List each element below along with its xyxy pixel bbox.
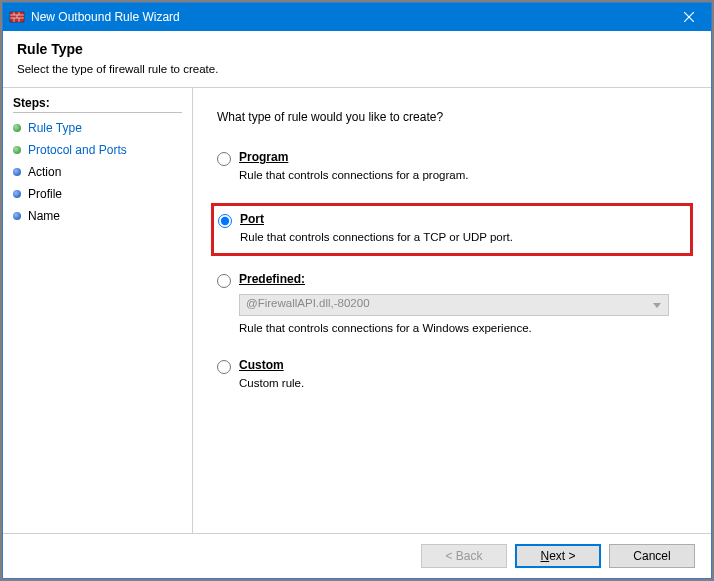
close-button[interactable] — [666, 3, 711, 31]
option-predefined-label: Predefined: — [239, 272, 305, 286]
step-profile[interactable]: Profile — [13, 183, 182, 205]
option-port-row[interactable]: Port — [218, 212, 580, 228]
step-action[interactable]: Action — [13, 161, 182, 183]
option-port-label: Port — [240, 212, 264, 226]
option-program-row[interactable]: Program — [217, 150, 683, 166]
rule-type-options: Program Rule that controls connections f… — [217, 148, 687, 411]
close-icon — [684, 12, 694, 22]
option-predefined-row[interactable]: Predefined: — [217, 272, 683, 288]
predefined-dropdown[interactable]: @FirewallAPI.dll,-80200 — [239, 294, 669, 316]
content-prompt: What type of rule would you like to crea… — [217, 110, 687, 124]
step-label: Action — [28, 165, 61, 179]
steps-sidebar: Steps: Rule Type Protocol and Ports Acti… — [3, 88, 193, 533]
bullet-icon — [13, 168, 21, 176]
option-program: Program Rule that controls connections f… — [217, 148, 687, 187]
radio-custom[interactable] — [217, 360, 231, 374]
step-protocol-and-ports[interactable]: Protocol and Ports — [13, 139, 182, 161]
bullet-icon — [13, 146, 21, 154]
option-program-desc: Rule that controls connections for a pro… — [239, 169, 683, 181]
radio-program[interactable] — [217, 152, 231, 166]
step-label: Protocol and Ports — [28, 143, 127, 157]
option-program-label: Program — [239, 150, 288, 164]
radio-predefined[interactable] — [217, 274, 231, 288]
option-port: Port Rule that controls connections for … — [211, 203, 693, 256]
wizard-body: Steps: Rule Type Protocol and Ports Acti… — [3, 88, 711, 533]
wizard-footer: < Back Next > Cancel — [3, 533, 711, 578]
predefined-dropdown-value: @FirewallAPI.dll,-80200 — [246, 297, 370, 309]
steps-heading: Steps: — [13, 96, 182, 113]
bullet-icon — [13, 212, 21, 220]
wizard-window: New Outbound Rule Wizard Rule Type Selec… — [2, 2, 712, 579]
page-subtitle: Select the type of firewall rule to crea… — [17, 63, 697, 75]
option-custom-label: Custom — [239, 358, 284, 372]
option-predefined-desc: Rule that controls connections for a Win… — [239, 322, 683, 334]
bullet-icon — [13, 190, 21, 198]
option-predefined: Predefined: @FirewallAPI.dll,-80200 Rule… — [217, 270, 687, 340]
firewall-icon — [9, 9, 25, 25]
option-custom: Custom Custom rule. — [217, 356, 687, 395]
option-custom-desc: Custom rule. — [239, 377, 683, 389]
cancel-button[interactable]: Cancel — [609, 544, 695, 568]
option-custom-row[interactable]: Custom — [217, 358, 683, 374]
radio-port[interactable] — [218, 214, 232, 228]
step-name[interactable]: Name — [13, 205, 182, 227]
step-label: Name — [28, 209, 60, 223]
back-button: < Back — [421, 544, 507, 568]
bullet-icon — [13, 124, 21, 132]
step-rule-type[interactable]: Rule Type — [13, 117, 182, 139]
wizard-header: Rule Type Select the type of firewall ru… — [3, 31, 711, 88]
window-title: New Outbound Rule Wizard — [31, 10, 666, 24]
step-label: Profile — [28, 187, 62, 201]
titlebar: New Outbound Rule Wizard — [3, 3, 711, 31]
step-label: Rule Type — [28, 121, 82, 135]
next-button[interactable]: Next > — [515, 544, 601, 568]
option-port-desc: Rule that controls connections for a TCP… — [240, 231, 580, 243]
wizard-content: What type of rule would you like to crea… — [193, 88, 711, 533]
page-title: Rule Type — [17, 41, 697, 57]
